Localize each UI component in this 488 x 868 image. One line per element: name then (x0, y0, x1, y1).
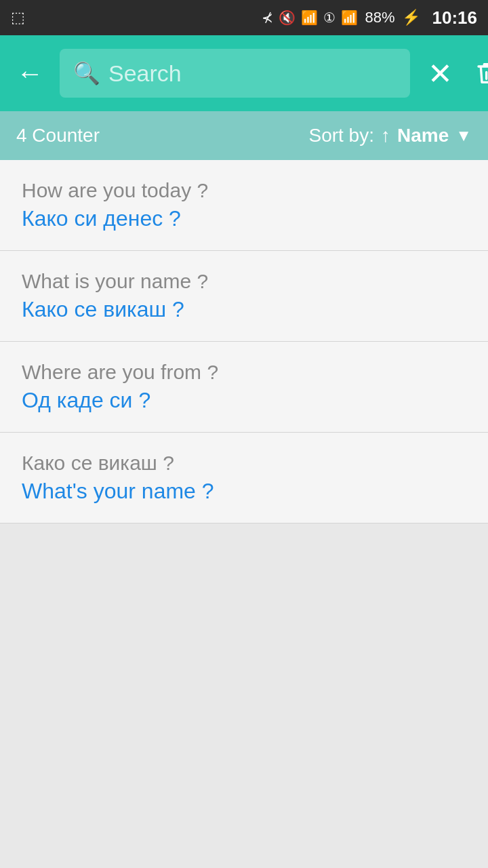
status-icons: ⊀ 🔇 📶 ① 📶 (262, 9, 358, 26)
status-bar: ⬚ ⊀ 🔇 📶 ① 📶 88% ⚡ 10:16 (0, 0, 488, 35)
close-button[interactable]: ✕ (421, 54, 459, 92)
signal-icon: 📶 (341, 9, 358, 26)
item-primary-text: Како се викаш ? (22, 452, 466, 475)
item-secondary-text: Од каде си ? (22, 388, 466, 413)
item-secondary-text: Како се викаш ? (22, 297, 466, 322)
search-icon: 🔍 (73, 60, 100, 86)
list-item[interactable]: Where are you from ?Од каде си ? (0, 342, 488, 433)
item-secondary-text: What's your name ? (22, 479, 466, 504)
list-item[interactable]: What is your name ?Како се викаш ? (0, 251, 488, 342)
phrase-list: How are you today ?Како си денес ?What i… (0, 160, 488, 524)
status-bar-left: ⬚ (11, 9, 25, 26)
search-field: 🔍 (60, 49, 410, 98)
app-bar: ← 🔍 ✕ (0, 35, 488, 111)
wifi-icon: 📶 (301, 9, 318, 26)
bluetooth-icon: ⊀ (262, 9, 273, 26)
counter-text: 4 Counter (16, 125, 308, 146)
search-input[interactable] (108, 60, 396, 87)
sort-dropdown-button[interactable]: ▼ (455, 126, 472, 145)
delete-button[interactable] (470, 54, 488, 92)
battery-status: 88% (365, 9, 394, 26)
item-secondary-text: Како си денес ? (22, 206, 466, 231)
list-item[interactable]: How are you today ?Како си денес ? (0, 160, 488, 251)
screenshot-icon: ⬚ (11, 9, 25, 26)
sub-header: 4 Counter Sort by: ↑ Name ▼ (0, 111, 488, 160)
sort-name-label: Name (397, 125, 449, 146)
status-time: 10:16 (432, 7, 478, 28)
list-item[interactable]: Како се викаш ?What's your name ? (0, 433, 488, 524)
item-primary-text: What is your name ? (22, 270, 466, 293)
sim-icon: ① (323, 9, 336, 26)
item-primary-text: Where are you from ? (22, 361, 466, 384)
sort-area: Sort by: ↑ Name ▼ (308, 125, 472, 146)
charging-icon: ⚡ (402, 9, 420, 26)
item-primary-text: How are you today ? (22, 179, 466, 202)
trash-icon (475, 60, 488, 87)
sort-direction-icon: ↑ (381, 125, 390, 146)
back-button[interactable]: ← (11, 54, 49, 92)
sort-by-label: Sort by: (308, 125, 373, 146)
mute-icon: 🔇 (279, 9, 296, 26)
